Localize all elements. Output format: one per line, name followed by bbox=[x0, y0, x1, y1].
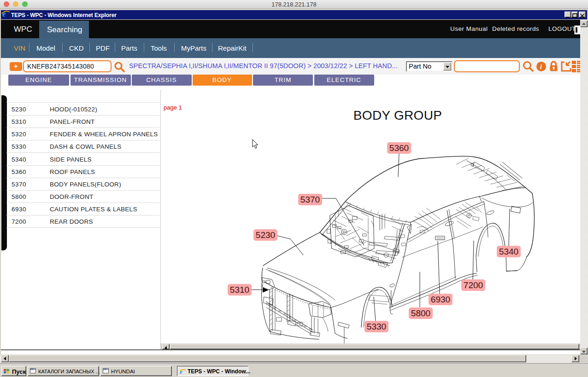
svg-text:e: e bbox=[2, 10, 6, 18]
svg-text:i: i bbox=[540, 64, 542, 70]
svg-text:e: e bbox=[180, 368, 182, 375]
